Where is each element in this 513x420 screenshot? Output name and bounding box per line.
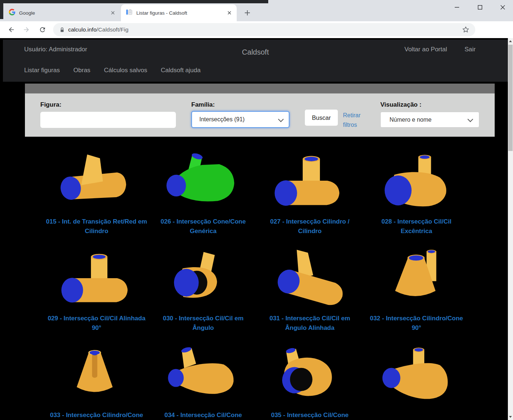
figure-caption[interactable]: 026 - Intersecção Cone/Cone Genérica <box>150 217 256 236</box>
chevron-down-icon <box>468 117 473 122</box>
figure-thumbnail-032[interactable] <box>373 240 460 314</box>
tab-close-icon[interactable] <box>226 9 233 16</box>
figure-thumbnail-031[interactable] <box>267 240 353 314</box>
tab-close-icon[interactable] <box>109 9 117 16</box>
figure-caption[interactable]: 035 - Intersecção Cil/Cone <box>269 410 351 420</box>
figure-thumbnail-029[interactable] <box>53 240 140 314</box>
familia-select-value: Intersecções (91) <box>199 116 245 123</box>
nav-obras[interactable]: Obras <box>73 67 90 74</box>
browser-window: Google Listar figuras - Caldsoft <box>0 0 513 420</box>
figure-thumbnail-015[interactable] <box>53 144 140 217</box>
tab-strip: Google Listar figuras - Caldsoft <box>0 0 513 21</box>
figure-caption[interactable]: 033 - Intersecção Cilindro/Cone <box>48 410 145 420</box>
window-edge-top <box>0 0 268 3</box>
figure-thumbnail-033[interactable] <box>53 337 140 410</box>
tab-google-title: Google <box>19 10 109 16</box>
url-path: /Caldsoft/Fig <box>97 26 129 33</box>
tab-google[interactable]: Google <box>4 4 120 21</box>
figure-thumbnail-026[interactable] <box>160 144 246 217</box>
scroll-down-icon[interactable] <box>508 414 513 420</box>
panel-top-bar <box>25 84 495 93</box>
lock-icon[interactable] <box>60 27 64 33</box>
tab-caldsoft[interactable]: Listar figuras - Caldsoft <box>121 4 237 21</box>
bookmark-star-icon[interactable] <box>462 26 469 35</box>
nav-listar-figuras[interactable]: Listar figuras <box>24 67 60 74</box>
caldsoft-favicon-icon <box>126 9 133 17</box>
figura-input[interactable] <box>40 112 176 128</box>
figure-grid: 015 - Int. de Transição Ret/Red em Cilin… <box>43 144 470 420</box>
figure-card-031[interactable]: 031 - Intersecção Cil/Cil em Ângulo Alin… <box>256 240 363 337</box>
figure-thumbnail-028[interactable] <box>373 144 460 217</box>
figure-card-027[interactable]: 027 - Intersecção Cilindro / Cilindro <box>256 144 363 240</box>
scrollbar-thumb[interactable] <box>508 45 513 151</box>
figure-thumbnail-035[interactable] <box>267 337 353 410</box>
figure-caption[interactable]: 032 - Intersecção Cilindro/Cone 90° <box>363 314 470 333</box>
tab-caldsoft-title: Listar figuras - Caldsoft <box>136 10 226 16</box>
figure-card-028[interactable]: 028 - Intersecção Cil/Cil Excêntrica <box>363 144 470 240</box>
site-nav: Listar figuras Obras Cálculos salvos Cal… <box>24 67 200 74</box>
figure-thumbnail-030[interactable] <box>160 240 246 314</box>
figure-caption[interactable]: 034 - Intersecção Cil/Cone <box>162 410 244 420</box>
browser-toolbar: calculo.info/Caldsoft/Fig C <box>0 21 513 38</box>
figure-thumbnail-027[interactable] <box>267 144 353 217</box>
page-scrollbar[interactable] <box>508 38 513 420</box>
figure-caption[interactable]: 015 - Int. de Transição Ret/Red em Cilin… <box>43 217 150 236</box>
link-sair[interactable]: Sair <box>465 46 476 53</box>
figure-card-015[interactable]: 015 - Int. de Transição Ret/Red em Cilin… <box>43 144 150 240</box>
figure-caption[interactable]: 030 - Intersecção Cil/Cil em Ângulo <box>150 314 256 333</box>
address-bar[interactable]: calculo.info/Caldsoft/Fig <box>53 23 475 36</box>
chevron-down-icon <box>278 117 284 122</box>
figure-thumbnail-034[interactable] <box>160 337 246 410</box>
back-button[interactable] <box>6 25 16 35</box>
scroll-up-icon[interactable] <box>508 38 513 44</box>
figure-card-036[interactable] <box>363 337 470 420</box>
figure-card-029[interactable]: 029 - Intersecção Cil/Cil Alinhada 90° <box>43 240 150 337</box>
new-tab-button[interactable] <box>242 7 253 18</box>
figure-caption[interactable]: 031 - Intersecção Cil/Cil em Ângulo Alin… <box>256 314 363 333</box>
figure-card-030[interactable]: 030 - Intersecção Cil/Cil em Ângulo <box>150 240 256 337</box>
retirar-filtros-link[interactable]: Retirar filtros <box>343 111 366 130</box>
figure-card-026[interactable]: 026 - Intersecção Cone/Cone Genérica <box>150 144 256 240</box>
url-text: calculo.info/Caldsoft/Fig <box>68 26 129 33</box>
figure-card-032[interactable]: 032 - Intersecção Cilindro/Cone 90° <box>363 240 470 337</box>
figure-caption[interactable]: 028 - Intersecção Cil/Cil Excêntrica <box>363 217 470 236</box>
visualizacao-select[interactable]: Número e nome <box>380 112 479 128</box>
google-favicon-icon <box>9 9 15 17</box>
minimize-button[interactable] <box>448 0 466 15</box>
visualizacao-select-value: Número e nome <box>390 117 432 123</box>
figure-card-035[interactable]: 035 - Intersecção Cil/Cone <box>256 337 363 420</box>
figure-thumbnail-036[interactable] <box>373 337 460 410</box>
reload-button[interactable] <box>37 25 48 35</box>
site-header: Usuário: Administrador Caldsoft Voltar a… <box>3 40 508 82</box>
buscar-button[interactable]: Buscar <box>305 110 338 126</box>
url-domain: calculo.info <box>68 26 97 33</box>
familia-label: Família: <box>191 101 215 108</box>
figura-label: Figura: <box>40 101 62 108</box>
link-voltar-portal[interactable]: Voltar ao Portal <box>405 46 447 53</box>
page-content: Usuário: Administrador Caldsoft Voltar a… <box>0 38 513 420</box>
figure-card-033[interactable]: 033 - Intersecção Cilindro/Cone <box>43 337 150 420</box>
filter-panel: Figura: Família: Intersecções (91) Busca… <box>25 84 495 137</box>
visualizacao-label: Visualização : <box>380 101 421 108</box>
nav-caldsoft-ajuda[interactable]: Caldsoft ajuda <box>161 67 201 74</box>
nav-calculos-salvos[interactable]: Cálculos salvos <box>104 67 147 74</box>
window-edge-left <box>0 0 3 19</box>
familia-select[interactable]: Intersecções (91) <box>191 111 289 128</box>
figure-caption[interactable]: 029 - Intersecção Cil/Cil Alinhada 90° <box>43 314 150 333</box>
close-button[interactable] <box>494 0 512 15</box>
figure-caption[interactable]: 027 - Intersecção Cilindro / Cilindro <box>256 217 363 236</box>
figure-card-034[interactable]: 034 - Intersecção Cil/Cone <box>150 337 256 420</box>
maximize-button[interactable] <box>471 0 489 15</box>
forward-button[interactable] <box>21 25 32 35</box>
